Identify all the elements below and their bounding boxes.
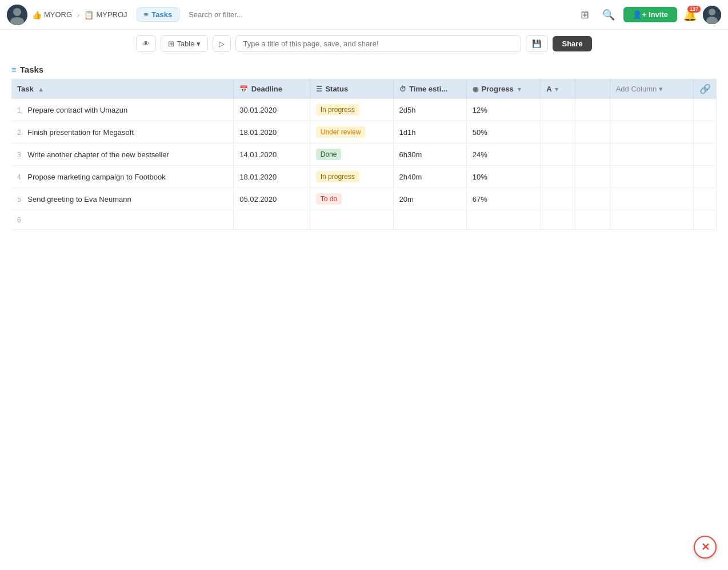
row-status-cell: In progress [310,166,393,188]
breadcrumb-separator: › [77,10,79,20]
empty-row-num: 6 [11,210,234,230]
task-col-label: Task [17,85,34,93]
row-deadline-cell: 30.01.2020 [234,99,310,121]
proj-label: MYPROJ [96,10,127,19]
progress-sort-icon: ▾ [518,86,521,93]
invite-button[interactable]: 👤+ Invite [623,7,677,22]
row-empty-cell [575,121,610,144]
row-progress-cell: 24% [466,144,541,166]
row-time-cell: 1d1h [393,121,466,144]
row-empty-cell [575,144,610,166]
status-col-label: Status [325,85,348,93]
status-badge: Done [316,149,342,160]
status-badge: In progress [316,104,359,115]
save-icon: 💾 [532,39,542,48]
col-header-a[interactable]: A ▾ [541,79,575,99]
search-input[interactable] [189,10,566,19]
empty-link [693,210,717,230]
nav-proj[interactable]: 📋 MYPROJ [84,10,127,19]
row-progress-cell: 10% [466,166,541,188]
status-badge: To do [316,193,342,205]
proj-icon: 📋 [84,10,94,19]
row-status-cell: To do [310,188,393,210]
export-button[interactable]: ▷ [213,35,231,52]
tasks-pill-icon: ≡ [144,10,149,19]
row-a-cell [541,144,575,166]
notification-button[interactable]: 🔔 137 [683,8,697,22]
table-row-empty[interactable]: 6 [11,210,717,230]
row-deadline-cell: 05.02.2020 [234,188,310,210]
row-progress-cell: 12% [466,99,541,121]
progress-col-label: Progress [481,85,513,93]
add-column-button[interactable]: Add Column ▾ [616,85,663,93]
task-sort-icon: ▲ [38,86,44,93]
row-add-cell [610,166,693,188]
table-row[interactable]: 3 Write another chapter of the new bests… [11,144,717,166]
row-task-cell: 2 Finish presentation for Megasoft [11,121,234,144]
status-badge: Under review [316,126,366,138]
nav-org[interactable]: 👍 MYORG [32,10,72,19]
task-name: Propose marketing campaign to Footbook [27,173,165,181]
grid-view-button[interactable]: ⊞ [575,6,594,24]
user-avatar[interactable] [703,6,721,24]
row-time-cell: 2d5h [393,99,466,121]
link-icon[interactable]: 🔗 [699,84,711,94]
time-col-label: Time esti... [409,85,447,93]
page-title-input[interactable] [235,35,521,52]
table-row[interactable]: 1 Prepare contract with Umazun 30.01.202… [11,99,717,121]
table-row[interactable]: 4 Propose marketing campaign to Footbook… [11,166,717,188]
row-add-cell [610,188,693,210]
table-label: Table [177,39,194,48]
table-body: 1 Prepare contract with Umazun 30.01.202… [11,99,717,230]
status-col-icon: ☰ [316,85,322,93]
task-name: Prepare contract with Umazun [27,106,127,114]
row-status-cell: Done [310,144,393,166]
row-deadline-cell: 18.01.2020 [234,166,310,188]
notification-badge: 137 [687,6,701,13]
table-row[interactable]: 2 Finish presentation for Megasoft 18.01… [11,121,717,144]
row-number: 4 [17,173,26,181]
row-link-cell [693,99,717,121]
add-col-icon: ▾ [659,85,663,93]
navbar: 👍 MYORG › 📋 MYPROJ ≡ Tasks ⊞ 🔍 👤+ Invite… [0,0,728,30]
table-view-button[interactable]: ⊞ Table ▾ [161,35,208,52]
chevron-down-icon: ▾ [197,39,201,48]
table-row[interactable]: 5 Send greeting to Eva Neumann 05.02.202… [11,188,717,210]
table-icon: ⊞ [168,39,174,48]
row-number: 3 [17,151,26,159]
svg-point-4 [709,9,715,15]
task-name: Send greeting to Eva Neumann [27,195,131,204]
empty-status [310,210,393,230]
a-col-label: A [546,85,551,93]
row-add-cell [610,99,693,121]
toolbar: 👁 ⊞ Table ▾ ▷ 💾 Share [0,30,728,58]
task-name: Finish presentation for Megasoft [27,128,134,137]
col-header-empty [575,79,610,99]
eye-icon: 👁 [142,39,150,48]
row-a-cell [541,188,575,210]
col-header-progress[interactable]: ◉ Progress ▾ [466,79,541,99]
row-status-cell: Under review [310,121,393,144]
row-link-cell [693,166,717,188]
empty-progress [466,210,541,230]
search-button[interactable]: 🔍 [599,6,618,24]
view-button[interactable]: 👁 [136,35,156,52]
time-col-icon: ⏱ [399,85,406,93]
invite-icon: 👤+ [633,10,646,19]
task-table: Task ▲ 📅 Deadline ☰ Status ⏱ Time esti..… [11,79,717,230]
row-task-cell: 3 Write another chapter of the new bests… [11,144,234,166]
progress-col-icon: ◉ [473,85,478,93]
share-button[interactable]: Share [553,36,591,51]
col-header-status[interactable]: ☰ Status [310,79,393,99]
col-header-add[interactable]: Add Column ▾ [610,79,693,99]
col-header-task[interactable]: Task ▲ [11,79,234,99]
invite-label: Invite [649,10,668,19]
row-number: 2 [17,129,26,137]
tasks-pill[interactable]: ≡ Tasks [137,7,180,22]
export-icon: ▷ [219,39,225,48]
col-header-deadline[interactable]: 📅 Deadline [234,79,310,99]
a-sort-icon: ▾ [555,86,558,93]
row-number: 1 [17,106,26,114]
col-header-time[interactable]: ⏱ Time esti... [393,79,466,99]
save-button[interactable]: 💾 [526,35,548,52]
